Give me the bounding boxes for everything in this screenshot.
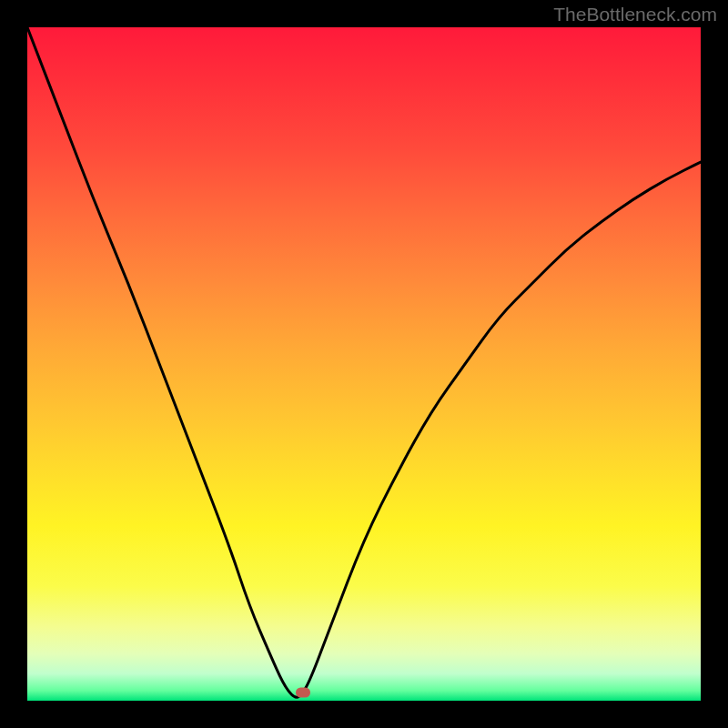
curve-svg bbox=[27, 27, 701, 701]
bottleneck-curve bbox=[27, 27, 701, 697]
optimal-point-marker bbox=[296, 688, 310, 698]
watermark-text: TheBottleneck.com bbox=[553, 4, 717, 25]
plot-area bbox=[27, 27, 701, 701]
